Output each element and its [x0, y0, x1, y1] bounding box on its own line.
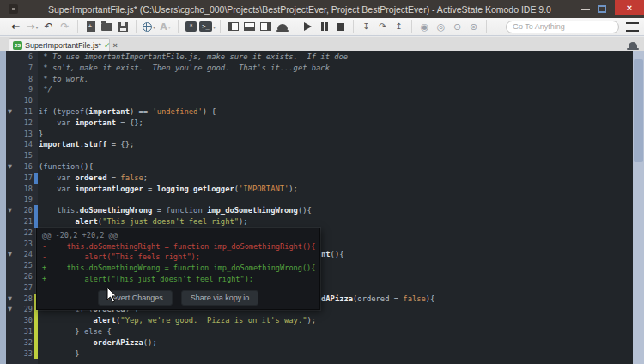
- line-number: 12: [24, 118, 33, 129]
- code-line[interactable]: if (typeof(important) == 'undefined') {: [39, 106, 216, 118]
- fold-arrow-icon[interactable]: ▼: [8, 106, 12, 118]
- line-number: 27: [24, 282, 33, 294]
- code-line[interactable]: this.doSomethingWrong = function imp_doS…: [39, 205, 312, 216]
- line-number: 10: [24, 95, 33, 106]
- close-icon[interactable]: ×: [615, 0, 644, 15]
- fold-arrow-icon[interactable]: ▼: [8, 205, 12, 216]
- code-line[interactable]: alert("Yep, we're good. Pizza is on it's…: [39, 315, 316, 326]
- line-number: 7: [28, 63, 33, 74]
- code-line[interactable]: var important = {};: [39, 118, 143, 129]
- gutter-line: 26: [6, 271, 38, 282]
- fold-arrow-icon[interactable]: ▼: [8, 249, 12, 260]
- tab-superimportantfile[interactable]: JS SuperImportantFile.js* ✓ ×: [9, 38, 110, 52]
- new-file-icon[interactable]: +: [82, 19, 99, 34]
- line-number: 11: [24, 106, 33, 118]
- line-number: 31: [24, 326, 33, 337]
- toolbar-group: [221, 20, 295, 33]
- line-number: 23: [24, 239, 33, 250]
- line-number: 18: [24, 184, 33, 195]
- macro-icon[interactable]: *: [183, 19, 199, 34]
- tab-close-icon[interactable]: ×: [113, 41, 118, 50]
- komodo-window: SuperImportantFile.js* (C:\Users\cgcho_0…: [0, 0, 644, 364]
- step-over-icon[interactable]: ↷: [374, 19, 391, 34]
- open-folder-icon[interactable]: [99, 19, 115, 34]
- vertical-scrollbar[interactable]: [633, 51, 644, 364]
- pane-left-icon[interactable]: [225, 19, 241, 34]
- lamp-icon[interactable]: [274, 19, 290, 34]
- code-line[interactable]: alert("This just doesn't feel right");: [39, 216, 248, 228]
- pause-icon[interactable]: [316, 19, 332, 34]
- code-line[interactable]: }: [39, 349, 80, 360]
- change-marker: [34, 216, 38, 228]
- gutter-line: 21: [6, 216, 38, 228]
- run-icon[interactable]: [300, 19, 316, 34]
- line-number: 33: [24, 349, 33, 360]
- gutter-line: 19: [6, 194, 38, 205]
- code-line[interactable]: }: [39, 129, 43, 140]
- fold-arrow-icon[interactable]: ▼: [8, 304, 12, 315]
- scrollbar-thumb[interactable]: [634, 59, 643, 162]
- pane-bottom-icon[interactable]: [241, 19, 258, 34]
- line-number: 24: [24, 249, 33, 260]
- change-marker: [34, 326, 38, 337]
- code-line[interactable]: } else {: [39, 326, 112, 337]
- gutter-line: 7: [6, 63, 38, 74]
- line-number: 13: [24, 129, 33, 140]
- console-icon[interactable]: >_▾: [199, 19, 216, 34]
- line-number: 22: [24, 228, 33, 239]
- pane-right-icon[interactable]: [258, 19, 274, 34]
- save-icon[interactable]: [115, 19, 131, 34]
- play-macro-icon[interactable]: ⊙: [449, 19, 465, 34]
- go-to-anything-input[interactable]: [506, 21, 619, 33]
- preview-globe-icon[interactable]: ▾: [141, 19, 157, 34]
- code-line[interactable]: var ordered = false;: [39, 173, 148, 184]
- gutter-line: ▼11: [6, 106, 38, 118]
- redo-icon[interactable]: ↷: [57, 19, 73, 34]
- toolbar-group: ◉◎⊙⊚: [412, 20, 487, 33]
- record-icon[interactable]: ◉: [416, 19, 433, 34]
- diff-hunk-header: @@ -20,2 +20,2 @@: [37, 230, 319, 241]
- line-number: 6: [28, 52, 33, 63]
- stop-record-icon[interactable]: ◎: [433, 19, 449, 34]
- stop-icon[interactable]: [332, 19, 349, 34]
- step-in-icon[interactable]: ↧: [358, 19, 374, 34]
- maximize-icon[interactable]: [598, 5, 606, 13]
- gutter-line: 18: [6, 184, 38, 195]
- change-marker: [34, 205, 38, 216]
- notification-bell-icon[interactable]: [629, 42, 637, 48]
- save-macro-icon[interactable]: ⊚: [465, 19, 482, 34]
- step-out-icon[interactable]: ↥: [391, 19, 407, 34]
- code-editor[interactable]: 678910▼1112131415▼16171819▼20212223▼2425…: [0, 51, 644, 364]
- editor-tab-bar: JS SuperImportantFile.js* ✓ ×: [0, 36, 644, 51]
- line-number: 8: [28, 74, 33, 85]
- line-number: 19: [24, 194, 33, 205]
- gutter-line: 10: [6, 95, 38, 106]
- code-line-tail[interactable]: nt(){: [321, 249, 343, 260]
- code-line[interactable]: orderAPizza();: [39, 337, 157, 349]
- code-line[interactable]: (function(){: [39, 161, 94, 173]
- code-line[interactable]: * to work.: [39, 74, 88, 85]
- fold-arrow-icon[interactable]: ▼: [8, 294, 12, 305]
- share-kopy-button[interactable]: Share via kopy.io: [181, 290, 258, 306]
- line-number: 26: [24, 271, 33, 282]
- code-line-tail[interactable]: dAPizza(ordered = false){: [321, 294, 434, 305]
- gutter-line: 12: [6, 118, 38, 129]
- code-line[interactable]: */: [39, 84, 52, 95]
- undo-icon[interactable]: ↶: [40, 19, 57, 34]
- code-line[interactable]: var importantLogger = logging.getLogger(…: [39, 184, 298, 195]
- code-line[interactable]: * sn't, make it exist. Then you're good.…: [39, 63, 330, 74]
- gutter-line: ▼20: [6, 205, 38, 216]
- code-line[interactable]: important.stuff = {};: [39, 139, 134, 150]
- fold-arrow-icon[interactable]: ▼: [8, 161, 12, 173]
- forward-icon[interactable]: →▾: [24, 19, 40, 34]
- code-line[interactable]: * To use importantImportantFile.js, make…: [39, 52, 348, 63]
- gutter-line: ▼24: [6, 249, 38, 260]
- minimize-icon[interactable]: [581, 9, 590, 10]
- gutter-line: 31: [6, 326, 38, 337]
- gutter-line: 32: [6, 337, 38, 349]
- font-size-icon[interactable]: A▾: [157, 19, 173, 34]
- back-icon[interactable]: ←: [8, 19, 24, 34]
- left-splitter[interactable]: [0, 51, 6, 364]
- change-marker: [34, 173, 38, 184]
- unified-menu-icon[interactable]: [626, 22, 639, 32]
